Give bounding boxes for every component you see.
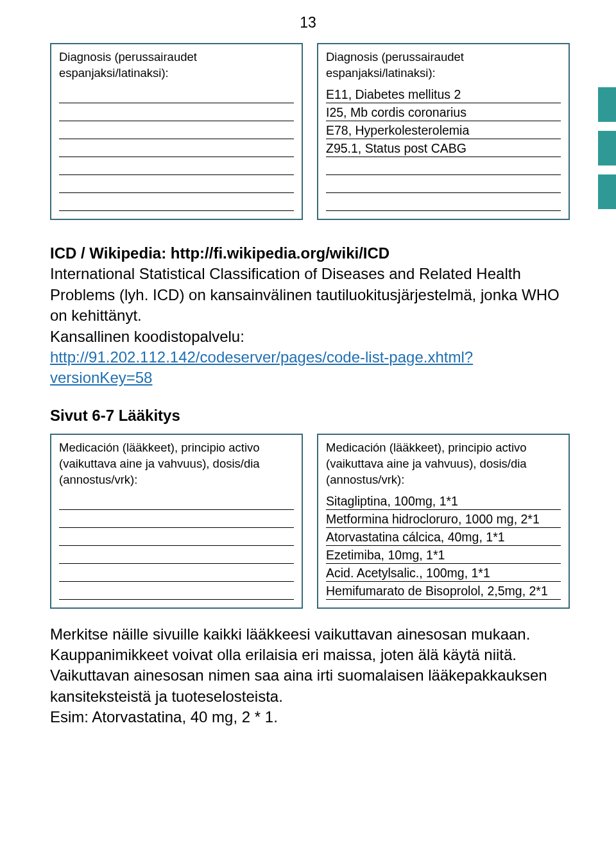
icd-link-2[interactable]: versionKey=58 (50, 369, 152, 386)
form-line[interactable]: Acid. Acetylsalic., 100mg, 1*1 (326, 564, 561, 582)
form-line[interactable] (59, 103, 294, 121)
diagnosis-box-left: Diagnosis (perussairaudet espanjaksi/lat… (50, 43, 303, 220)
form-line[interactable] (59, 193, 294, 211)
form-line[interactable]: Hemifumarato de Bisoprolol, 2,5mg, 2*1 (326, 582, 561, 600)
edge-tab (598, 174, 616, 209)
form-line[interactable]: Sitagliptina, 100mg, 1*1 (326, 492, 561, 510)
icd-text-2: Kansallinen koodistopalvelu: (50, 328, 244, 345)
form-line[interactable] (59, 528, 294, 546)
form-line[interactable]: I25, Mb cordis coronarius (326, 103, 561, 121)
form-line[interactable] (59, 564, 294, 582)
icd-text-1: International Statistical Classification… (50, 265, 560, 324)
diagnosis-label-right: Diagnosis (perussairaudet espanjaksi/lat… (326, 49, 561, 81)
form-line[interactable]: Atorvastatina cálcica, 40mg, 1*1 (326, 528, 561, 546)
closing-paragraph: Merkitse näille sivuille kaikki lääkkees… (50, 624, 570, 728)
medication-box-left: Medicación (lääkkeet), principio activo … (50, 434, 303, 609)
edge-tab (598, 87, 616, 122)
form-line[interactable]: Metformina hidrocloruro, 1000 mg, 2*1 (326, 510, 561, 528)
form-line[interactable] (59, 121, 294, 139)
form-line[interactable] (59, 139, 294, 157)
medication-row: Medicación (lääkkeet), principio activo … (50, 434, 570, 609)
form-line[interactable]: Z95.1, Status post CABG (326, 139, 561, 157)
diagnosis-row: Diagnosis (perussairaudet espanjaksi/lat… (50, 43, 570, 220)
form-line[interactable] (59, 492, 294, 510)
form-line[interactable] (59, 157, 294, 175)
diagnosis-box-right: Diagnosis (perussairaudet espanjaksi/lat… (317, 43, 570, 220)
medication-box-right: Medicación (lääkkeet), principio activo … (317, 434, 570, 609)
form-line[interactable] (59, 175, 294, 193)
form-line[interactable] (59, 546, 294, 564)
page-number: 13 (0, 0, 616, 43)
icd-link-1[interactable]: http://91.202.112.142/codeserver/pages/c… (50, 348, 473, 366)
closing-example: Esim: Atorvastatina, 40 mg, 2 * 1. (50, 708, 278, 725)
diagnosis-label-left: Diagnosis (perussairaudet espanjaksi/lat… (59, 49, 294, 81)
medication-label-left: Medicación (lääkkeet), principio activo … (59, 440, 294, 488)
closing-text: Merkitse näille sivuille kaikki lääkkees… (50, 625, 547, 705)
form-line[interactable] (59, 510, 294, 528)
form-line[interactable]: E11, Diabetes mellitus 2 (326, 85, 561, 103)
icd-paragraph: ICD / Wikipedia: http://fi.wikipedia.org… (50, 243, 570, 389)
form-line[interactable] (59, 582, 294, 600)
edge-tab (598, 131, 616, 165)
form-line[interactable] (59, 85, 294, 103)
form-line[interactable] (326, 175, 561, 193)
medication-label-right: Medicación (lääkkeet), principio activo … (326, 440, 561, 488)
form-line[interactable] (326, 193, 561, 211)
icd-lead: ICD / Wikipedia: http://fi.wikipedia.org… (50, 244, 389, 262)
form-line[interactable] (326, 157, 561, 175)
form-line[interactable]: E78, Hyperkolesterolemia (326, 121, 561, 139)
section-heading: Sivut 6-7 Lääkitys (50, 407, 570, 425)
form-line[interactable]: Ezetimiba, 10mg, 1*1 (326, 546, 561, 564)
